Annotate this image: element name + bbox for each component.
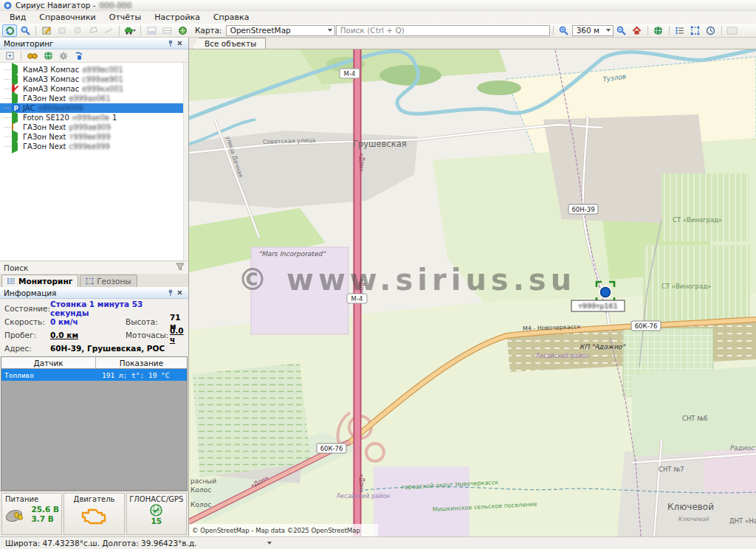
map-select-value: OpenStreetMap bbox=[230, 26, 291, 35]
speed-value: 0 км/ч bbox=[50, 317, 126, 326]
objects-list-button[interactable] bbox=[673, 24, 687, 37]
engine-hours-value[interactable]: 0.0 ч bbox=[170, 326, 184, 344]
tree-scrollbar[interactable] bbox=[183, 63, 188, 260]
map-tab-all-objects[interactable]: Все объекты bbox=[192, 38, 266, 49]
tree-row[interactable]: ГАЗон Next в999ао061 bbox=[0, 94, 188, 103]
vehicle-button[interactable] bbox=[123, 24, 137, 37]
menu-reports[interactable]: Отчёты bbox=[103, 12, 148, 23]
map-select[interactable]: OpenStreetMap bbox=[226, 25, 335, 36]
gps-satellite-count: 15 bbox=[151, 517, 162, 526]
sms-phone-icon[interactable] bbox=[72, 50, 86, 61]
state-label: Состояние: bbox=[4, 304, 50, 313]
vehicle-plate: с999вв999 bbox=[69, 142, 109, 151]
sensor-row-fuel[interactable]: Топливо 191 л; t°: 19 °C bbox=[1, 369, 187, 381]
filter-funnel-icon[interactable] bbox=[176, 263, 185, 272]
geozone-group-button[interactable] bbox=[55, 24, 69, 37]
engine-gauge: Двигатель bbox=[63, 493, 124, 535]
vehicle-plate: н999ае0в bbox=[72, 114, 109, 122]
traffic-button[interactable] bbox=[175, 24, 190, 37]
map-tab-label: Все объекты bbox=[205, 39, 256, 48]
tree-search-row[interactable]: Поиск bbox=[0, 260, 188, 274]
svg-text:60Н-39: 60Н-39 bbox=[571, 206, 594, 213]
pin-icon[interactable] bbox=[165, 39, 175, 48]
info-panel-header: Информация bbox=[0, 287, 188, 299]
svg-text:© OpenStreetMap - Map data ©20: © OpenStreetMap - Map data ©2025 OpenStr… bbox=[192, 527, 360, 534]
expand-all-icon[interactable] bbox=[3, 50, 16, 61]
chevron-down-icon[interactable] bbox=[267, 542, 272, 545]
zoom-out-button[interactable] bbox=[614, 24, 629, 37]
status-moving-icon bbox=[12, 94, 20, 103]
gps-gauge: ГЛОНАСС/GPS 15 bbox=[126, 493, 187, 535]
svg-text:КП "Адажио": КП "Адажио" bbox=[580, 343, 626, 351]
vehicle-plate: э999вв9006 bbox=[38, 104, 83, 112]
globe-button[interactable] bbox=[651, 24, 666, 37]
sensor-col-header[interactable]: Датчик bbox=[1, 357, 96, 368]
track-button[interactable] bbox=[2, 24, 17, 37]
tree-row[interactable]: ГАЗон Next т999ве999 bbox=[0, 132, 188, 142]
geozone-icon bbox=[86, 277, 94, 285]
svg-text:Ключевой: Ключевой bbox=[667, 502, 714, 512]
pin-icon[interactable] bbox=[165, 289, 175, 297]
close-icon[interactable] bbox=[175, 289, 185, 297]
status-moving-icon bbox=[12, 142, 20, 151]
value-col-header[interactable]: Показание bbox=[96, 357, 187, 368]
status-bar: Широта: 47.43238°с.ш. Долгота: 39.96423°… bbox=[0, 536, 756, 549]
zoom-search-button[interactable] bbox=[18, 24, 32, 37]
status-moving-icon bbox=[12, 75, 20, 83]
monitoring-panel-header: Мониторинг bbox=[0, 38, 188, 49]
tree-row[interactable]: КамАЗ Компас с999ав901 bbox=[0, 75, 188, 84]
tree-row[interactable]: ГАЗон Next р999ав909 bbox=[0, 122, 188, 132]
title-bar: Сириус Навигатор - 000-000 bbox=[0, 0, 756, 11]
map-edit-button[interactable] bbox=[39, 24, 54, 37]
vehicle-plate: р999ав909 bbox=[69, 123, 111, 131]
menu-directories[interactable]: Справочники bbox=[32, 12, 102, 23]
sidebar: Мониторинг КамАЗ Компас а999вс001 bbox=[0, 38, 189, 536]
gear-icon[interactable] bbox=[57, 50, 70, 61]
menu-bar: Вид Справочники Отчёты Настройка Справка bbox=[0, 11, 756, 24]
home-button[interactable] bbox=[630, 24, 645, 37]
show-on-map-icon[interactable] bbox=[41, 50, 55, 61]
tree-row-selected[interactable]: P JAC э999вв9006 bbox=[0, 103, 188, 113]
sensor-value: 191 л; t°: 19 °C bbox=[96, 369, 187, 381]
svg-text:Ключевой: Ключевой bbox=[678, 516, 709, 522]
minimap-button[interactable] bbox=[725, 24, 740, 37]
zoom-level-select[interactable]: 360 м bbox=[572, 25, 614, 36]
app-window: Сириус Навигатор - 000-000 Вид Справочни… bbox=[0, 0, 756, 549]
engine-hours-label: Моточасы: bbox=[126, 331, 170, 339]
vehicle-name: КамАЗ Компас bbox=[23, 75, 79, 83]
geozones-button[interactable] bbox=[688, 24, 703, 37]
toolbar-separator bbox=[553, 26, 554, 35]
sensors-table: Датчик Показание Топливо 191 л; t°: 19 °… bbox=[1, 356, 188, 491]
svg-text:Колос: Колос bbox=[190, 501, 211, 508]
tab-monitoring[interactable]: Мониторинг bbox=[1, 274, 78, 287]
geozone-line-button[interactable] bbox=[101, 24, 116, 37]
vehicle-plate: в999ао061 bbox=[69, 94, 110, 103]
tree-row[interactable]: Foton SE120 н999ае0в 1 bbox=[0, 113, 188, 122]
binoculars-icon[interactable] bbox=[26, 50, 39, 61]
mileage-value[interactable]: 0.0 км bbox=[50, 331, 126, 339]
history-clock-button[interactable] bbox=[704, 24, 718, 37]
power-gauge-label: Питание bbox=[2, 495, 38, 503]
menu-view[interactable]: Вид bbox=[3, 12, 32, 23]
svg-text:Радиостр: Радиостр bbox=[729, 444, 756, 452]
coordinates-text: Широта: 47.43238°с.ш. Долгота: 39.96423°… bbox=[5, 539, 197, 548]
geozone-circle-button[interactable] bbox=[70, 24, 85, 37]
menu-help[interactable]: Справка bbox=[207, 12, 255, 23]
tab-geozones[interactable]: Геозоны bbox=[80, 274, 137, 287]
toolbar-separator bbox=[669, 26, 670, 35]
tree-row[interactable]: КамАЗ Компас а999вс001 bbox=[0, 65, 188, 75]
toolbar-separator bbox=[140, 26, 141, 35]
panel-split-button[interactable] bbox=[159, 24, 174, 37]
close-icon[interactable] bbox=[175, 39, 185, 48]
map-canvas[interactable]: «Дон» «Дон» «Дон» «Дон» М4 - Новочеркасс… bbox=[189, 49, 756, 536]
geozone-polygon-button[interactable] bbox=[86, 24, 100, 37]
main-content: Мониторинг КамАЗ Компас а999вс001 bbox=[0, 38, 756, 536]
tree-row[interactable]: КамАЗ Компас е999кх001 bbox=[0, 84, 188, 94]
search-input[interactable] bbox=[336, 25, 550, 36]
tree-row[interactable]: ГАЗон Next с999вв999 bbox=[0, 142, 188, 151]
zoom-in-button[interactable] bbox=[557, 24, 571, 37]
vehicle-marker-plate: т999тр161 bbox=[578, 302, 617, 310]
engine-gauge-label: Двигатель bbox=[74, 495, 115, 503]
menu-settings[interactable]: Настройка bbox=[148, 12, 207, 23]
panel-bottom-button[interactable] bbox=[144, 24, 159, 37]
